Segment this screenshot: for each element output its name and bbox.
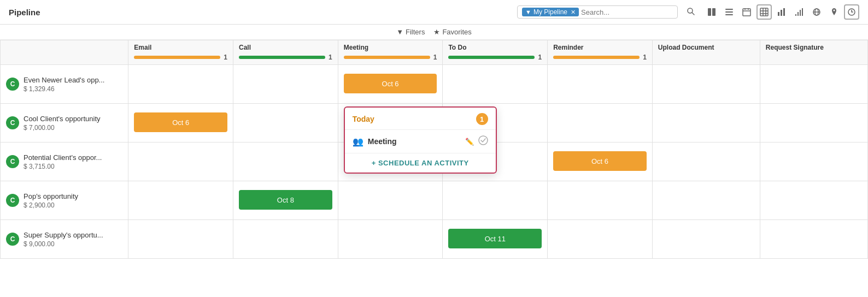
- signature-cell-4: [760, 181, 867, 220]
- close-filter-icon[interactable]: ✕: [571, 9, 576, 16]
- svg-rect-11: [760, 8, 768, 16]
- reminder-cell-4: [548, 181, 653, 220]
- svg-rect-19: [795, 14, 796, 16]
- call-cell-4[interactable]: Oct 8: [233, 181, 338, 220]
- lead-amount-1: $ 1,329.46: [24, 85, 104, 93]
- lead-name-1: Even Newer Lead's opp...: [24, 76, 104, 84]
- search-input[interactable]: [581, 8, 673, 16]
- pivot-view-btn[interactable]: [791, 4, 807, 20]
- svg-rect-4: [725, 9, 733, 10]
- signature-cell-3: [760, 142, 867, 181]
- email-cell-2[interactable]: Oct 6: [128, 104, 233, 142]
- location-view-btn[interactable]: [826, 4, 842, 20]
- lead-amount-5: $ 9,000.00: [24, 240, 103, 248]
- th-upload: Upload Document: [652, 40, 760, 65]
- popup-header: Today 1: [345, 108, 496, 130]
- activity-view-btn[interactable]: [844, 4, 859, 20]
- lead-name-5: Super Supply's opportu...: [24, 231, 103, 239]
- svg-rect-20: [797, 12, 799, 16]
- th-signature-label: Request Signature: [760, 40, 867, 54]
- lead-amount-2: $ 7,000.00: [24, 124, 101, 132]
- done-check-icon[interactable]: [478, 135, 488, 147]
- popup-meeting-label: Meeting: [368, 137, 461, 146]
- svg-rect-7: [743, 9, 750, 16]
- schedule-activity-btn[interactable]: + SCHEDULE AN ACTIVITY: [345, 153, 496, 173]
- svg-rect-22: [802, 8, 803, 16]
- call-cell-1: [233, 65, 338, 104]
- todo-cell-5[interactable]: Oct 11: [443, 220, 548, 259]
- svg-rect-21: [800, 10, 801, 16]
- reminder-cell-5: [548, 220, 653, 259]
- email-bar: [134, 56, 220, 59]
- lead-info-5: Super Supply's opportu... $ 9,000.00: [24, 231, 103, 248]
- page-title: Pipeline: [9, 8, 40, 17]
- th-call-label: Call: [233, 40, 338, 54]
- meeting-cell-5: [338, 220, 443, 259]
- meeting-people-icon: 👥: [353, 136, 363, 147]
- meeting-btn-1[interactable]: Oct 6: [344, 74, 437, 93]
- email-cell-5: [128, 220, 233, 259]
- email-count: 1: [224, 54, 227, 61]
- meeting-cell-1[interactable]: Oct 6: [338, 65, 443, 104]
- lead-info-4: Pop's opportunity $ 2,900.00: [24, 192, 78, 209]
- avatar-5: C: [6, 233, 19, 246]
- th-call: Call 1: [233, 40, 338, 65]
- th-email-label: Email: [128, 40, 233, 54]
- lead-name-4: Pop's opportunity: [24, 192, 78, 200]
- lead-amount-3: $ 3,715.00: [24, 163, 102, 170]
- reminder-btn-3[interactable]: Oct 6: [553, 151, 647, 171]
- search-bar[interactable]: ▼ My Pipeline ✕: [517, 5, 678, 19]
- todo-btn-5[interactable]: Oct 11: [448, 229, 542, 248]
- lead-cell-5: C Super Supply's opportu... $ 9,000.00: [1, 220, 128, 259]
- upload-cell-5: [652, 220, 760, 259]
- meeting-cell-2[interactable]: Today 1 👥 Meeting ✏️: [338, 104, 443, 142]
- popup-meeting-row: 👥 Meeting ✏️: [345, 130, 496, 153]
- lead-amount-4: $ 2,900.00: [24, 201, 78, 209]
- svg-rect-2: [708, 8, 711, 16]
- activity-popup: Today 1 👥 Meeting ✏️: [344, 106, 497, 174]
- avatar-1: C: [6, 78, 19, 91]
- popup-badge: 1: [476, 113, 488, 125]
- lead-cell-1: C Even Newer Lead's opp... $ 1,329.46: [1, 65, 128, 104]
- table-row: C Even Newer Lead's opp... $ 1,329.46 Oc…: [1, 65, 868, 104]
- upload-cell-4: [652, 181, 760, 220]
- avatar-3: C: [6, 155, 19, 168]
- map-view-btn[interactable]: [809, 4, 824, 20]
- svg-rect-18: [783, 8, 785, 16]
- call-btn-4[interactable]: Oct 8: [239, 190, 332, 210]
- email-btn-2[interactable]: Oct 6: [134, 112, 227, 132]
- todo-cell-4: [443, 181, 548, 220]
- meeting-bar: [344, 56, 430, 59]
- reminder-cell-3[interactable]: Oct 6: [548, 142, 653, 181]
- lead-info-1: Even Newer Lead's opp... $ 1,329.46: [24, 76, 104, 93]
- svg-rect-3: [712, 8, 715, 16]
- edit-icon[interactable]: ✏️: [465, 138, 474, 146]
- call-count: 1: [329, 54, 332, 61]
- list-view-btn[interactable]: [722, 4, 737, 20]
- svg-rect-17: [781, 10, 782, 16]
- pipeline-table: Email 1 Call 1 Meeting: [0, 40, 868, 259]
- table-header-row: Email 1 Call 1 Meeting: [1, 40, 868, 65]
- chart-view-btn[interactable]: [774, 4, 789, 20]
- th-reminder-label: Reminder: [548, 40, 652, 54]
- kanban-view-btn[interactable]: [704, 4, 719, 20]
- calendar-view-btn[interactable]: [739, 4, 754, 20]
- lead-info-3: Potential Client's oppor... $ 3,715.00: [24, 153, 102, 170]
- email-cell-3: [128, 142, 233, 181]
- star-icon: ★: [433, 28, 440, 36]
- filter-funnel-icon: ▼: [396, 28, 403, 36]
- upload-cell-1: [652, 65, 760, 104]
- reminder-cell-1: [548, 65, 653, 104]
- favorites-btn[interactable]: ★ Favorites: [433, 28, 471, 36]
- call-cell-5: [233, 220, 338, 259]
- reminder-cell-2: [548, 104, 653, 142]
- table-view-btn[interactable]: [756, 4, 772, 20]
- call-cell-2: [233, 104, 338, 142]
- signature-cell-2: [760, 104, 867, 142]
- lead-name-3: Potential Client's oppor...: [24, 153, 102, 162]
- avatar-2: C: [6, 116, 19, 129]
- upload-cell-2: [652, 104, 760, 142]
- filter-tag[interactable]: ▼ My Pipeline ✕: [522, 8, 579, 16]
- filters-btn[interactable]: ▼ Filters: [396, 28, 425, 36]
- search-icon[interactable]: [687, 7, 695, 17]
